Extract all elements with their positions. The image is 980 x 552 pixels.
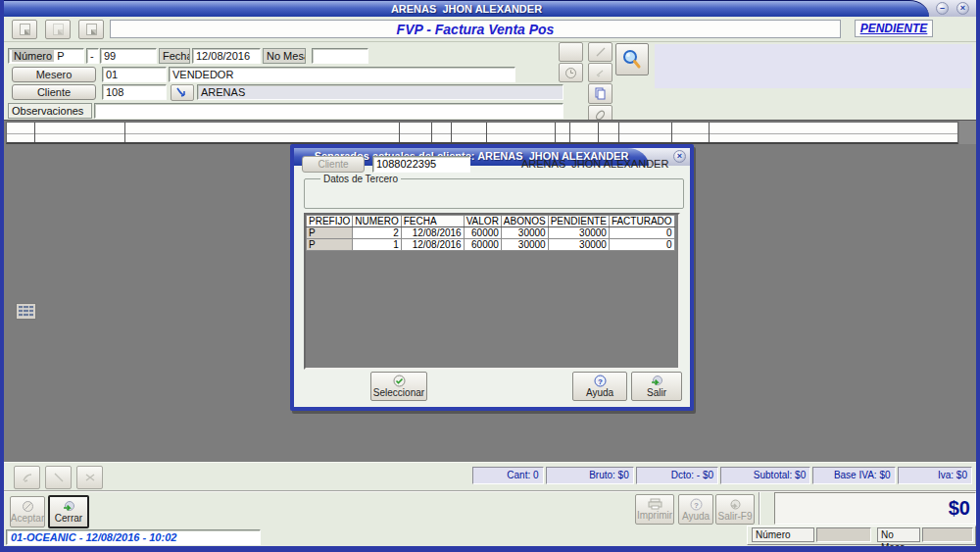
total-cell: Bruto: $0 xyxy=(546,467,634,484)
dialog-salir-label: Salir xyxy=(647,387,666,398)
blank-tool-button[interactable] xyxy=(559,42,583,62)
group-title: Datos de Tercero xyxy=(320,174,401,184)
edit-document-button[interactable] xyxy=(45,20,71,39)
totals-cells: Cant: 0Bruto: $0Dcto: - $0Subtotal: $0Ba… xyxy=(472,467,972,484)
table-header-row: PREFIJONUMEROFECHAVALORABONOSPENDIENTEFA… xyxy=(307,216,675,227)
seleccionar-button[interactable]: Seleccionar xyxy=(370,372,427,401)
search-button[interactable] xyxy=(615,43,649,75)
observaciones-field[interactable] xyxy=(94,103,564,119)
grid-column-divider xyxy=(618,123,619,142)
column-header[interactable]: PREFIJO xyxy=(307,216,353,227)
footer-ayuda-label: Ayuda xyxy=(682,511,710,522)
numero-mesa-panel: Número No Mesa xyxy=(747,526,976,545)
footer-no-mesa-field[interactable] xyxy=(922,527,973,542)
footer-numero-label: Número xyxy=(752,527,814,542)
salir-f9-button[interactable]: Salir-F9 xyxy=(715,494,755,525)
workspace: Separados actuales del cliente: ARENAS J… xyxy=(4,120,976,462)
invoice-form: Número P - 99 Fecha 12/08/2016 No Mesa M… xyxy=(4,42,976,120)
pen-tool-icon xyxy=(52,471,66,484)
totals-tool-button-1[interactable] xyxy=(14,466,40,489)
grid-column-divider xyxy=(555,123,556,142)
dialog-salir-button[interactable]: Salir xyxy=(631,372,682,401)
total-cell: Dcto: - $0 xyxy=(636,467,718,484)
numero-field[interactable]: Número P xyxy=(8,48,84,64)
no-mesa-label: No Mesa xyxy=(263,48,306,64)
total-panel: $0 xyxy=(774,492,976,525)
totals-bar: Cant: 0Bruto: $0Dcto: - $0Subtotal: $0Ba… xyxy=(4,462,976,490)
note-tool-button[interactable] xyxy=(588,63,612,82)
draw-tool-button[interactable] xyxy=(588,42,612,62)
footer-ayuda-button[interactable]: ? Ayuda xyxy=(678,494,713,525)
footer-numero-field[interactable] xyxy=(816,527,871,542)
app-title: FVP - Factura Venta Pos xyxy=(397,22,555,37)
datos-tercero-group: Datos de Tercero xyxy=(304,174,684,209)
dialog-ayuda-button[interactable]: ? Ayuda xyxy=(572,372,627,401)
app-title-panel: FVP - Factura Venta Pos xyxy=(110,20,841,38)
mesero-button[interactable]: Mesero xyxy=(12,67,96,82)
dialog-close-button[interactable]: × xyxy=(673,150,686,163)
numero-separator: - xyxy=(86,48,99,64)
table-cell: 1 xyxy=(353,239,401,251)
column-header[interactable]: FACTURADO xyxy=(609,216,674,227)
footer: Aceptar Cerrar 01-OCEANIC - 12/08/2016 -… xyxy=(4,490,976,546)
hand-tool-icon xyxy=(21,471,34,484)
numero-value-field[interactable]: 99 xyxy=(100,48,157,64)
info-panel xyxy=(655,44,972,88)
column-header[interactable]: ABONOS xyxy=(501,216,548,227)
salir-f9-label: Salir-F9 xyxy=(717,511,752,522)
aceptar-button[interactable]: Aceptar xyxy=(10,496,45,527)
column-header[interactable]: PENDIENTE xyxy=(548,216,609,227)
no-mesa-field[interactable] xyxy=(312,48,368,64)
mini-keypad-icon[interactable] xyxy=(16,303,36,320)
help-icon: ? xyxy=(690,498,703,511)
imprimir-button[interactable]: Imprimir xyxy=(635,494,674,525)
status-badge: PENDIENTE xyxy=(860,22,928,35)
grid-header-divider xyxy=(7,133,957,134)
check-icon xyxy=(393,375,406,387)
totals-tool-button-2[interactable] xyxy=(45,466,72,489)
status-badge-panel: PENDIENTE xyxy=(855,20,933,37)
grid-column-divider xyxy=(34,123,35,142)
client-lookup-arrow-icon xyxy=(176,87,188,98)
separados-table[interactable]: PREFIJONUMEROFECHAVALORABONOSPENDIENTEFA… xyxy=(306,215,675,251)
cliente-button[interactable]: Cliente xyxy=(12,84,96,100)
mesero-name-field: VENDEDOR xyxy=(169,67,515,82)
separados-dialog: Separados actuales del cliente: ARENAS J… xyxy=(290,144,694,411)
column-header[interactable]: FECHA xyxy=(401,216,464,227)
table-cell: 12/08/2016 xyxy=(401,239,464,251)
new-document-button[interactable] xyxy=(12,20,37,39)
table-row[interactable]: P112/08/20166000030000300000 xyxy=(307,239,675,251)
imprimir-label: Imprimir xyxy=(637,510,672,521)
table-cell: 2 xyxy=(353,227,401,239)
title-bar: ARENAS JHON ALEXANDER – × xyxy=(4,0,976,17)
close-icon: × xyxy=(960,3,965,13)
grid-column-divider xyxy=(431,123,432,142)
seleccionar-label: Seleccionar xyxy=(373,387,424,398)
timer-button[interactable] xyxy=(559,63,583,82)
table-cell: 60000 xyxy=(464,239,501,251)
minimize-button[interactable]: – xyxy=(936,2,949,15)
table-row[interactable]: P212/08/20166000030000300000 xyxy=(307,227,675,239)
cliente-code-field[interactable]: 108 xyxy=(102,84,167,100)
save-document-button[interactable] xyxy=(78,20,104,39)
dialog-ayuda-label: Ayuda xyxy=(586,387,613,398)
close-button[interactable]: × xyxy=(956,2,969,15)
column-header[interactable]: VALOR xyxy=(464,216,501,227)
column-header[interactable]: NUMERO xyxy=(353,216,401,227)
cerrar-button[interactable]: Cerrar xyxy=(48,495,89,528)
table-cell: P xyxy=(307,227,353,239)
copy-button[interactable] xyxy=(588,83,612,104)
window-title: ARENAS JHON ALEXANDER xyxy=(4,0,929,17)
table-cell: 30000 xyxy=(548,227,609,239)
totals-tool-button-3[interactable] xyxy=(76,466,103,489)
mesero-code-field[interactable]: 01 xyxy=(102,67,167,82)
save-document-icon xyxy=(86,24,97,35)
items-grid-header xyxy=(6,122,958,144)
fecha-field[interactable]: 12/08/2016 xyxy=(192,48,261,64)
table-cell: 30000 xyxy=(548,239,609,251)
clock-icon xyxy=(564,67,577,79)
table-cell: 60000 xyxy=(464,227,501,239)
cliente-lookup-button[interactable] xyxy=(171,84,194,101)
cliente-id-field[interactable]: 1088022395 xyxy=(372,156,470,173)
exit-icon xyxy=(650,375,663,387)
